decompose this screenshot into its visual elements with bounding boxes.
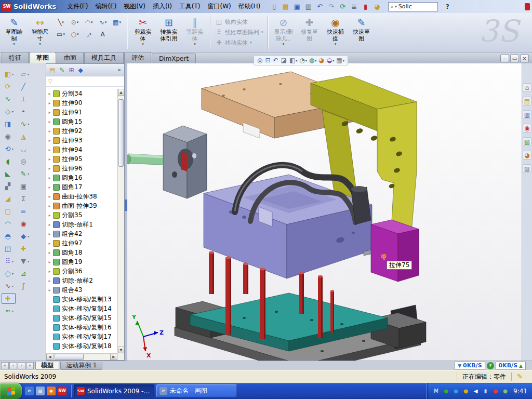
wrap-icon[interactable]: ◠ xyxy=(2,218,16,229)
view-palette-icon[interactable]: ▧ xyxy=(523,137,531,146)
dropdown-arrow-icon[interactable]: ▾ xyxy=(77,20,79,24)
material-icon[interactable]: ≡ xyxy=(17,206,31,217)
dropdown-arrow-icon[interactable]: ▾ xyxy=(28,72,29,76)
command-button[interactable]: ◉ 快速捕捉 ▾ xyxy=(323,15,349,48)
scrollbar-thumb[interactable] xyxy=(55,354,84,360)
command-button[interactable]: ✎ 草图绘制 ▾ xyxy=(1,15,27,48)
safely-remove-icon[interactable]: ● xyxy=(501,387,509,395)
expand-arrow-icon[interactable]: ▸ xyxy=(46,250,53,255)
expand-arrow-icon[interactable]: ▸ xyxy=(46,91,53,96)
scroll-down-icon[interactable]: ▼ xyxy=(118,347,124,353)
expand-arrow-icon[interactable]: ▸ xyxy=(46,166,53,171)
sketch-pattern-icon[interactable]: ▦ ▾ xyxy=(110,17,124,28)
graphics-area[interactable]: φ xyxy=(127,63,522,361)
curve-icon[interactable]: ∿ ▾ xyxy=(2,281,16,291)
view-settings-icon[interactable]: ▦ ▾ xyxy=(336,57,344,64)
scroll-left-icon[interactable]: ◀ xyxy=(46,354,54,360)
expand-arrow-icon[interactable]: ▸ xyxy=(46,176,53,180)
show-desktop-icon[interactable]: ▤ xyxy=(36,387,45,395)
save-icon[interactable]: ▣ xyxy=(292,2,302,11)
input-method-icon[interactable]: M xyxy=(432,387,440,395)
restore-button[interactable]: ▭ xyxy=(510,55,519,62)
tree-item[interactable]: ▸ 分割34 xyxy=(46,89,117,98)
tree-item[interactable]: ▸ 圆角15 xyxy=(46,117,117,126)
tree-item[interactable]: ▸ 圆角17 xyxy=(46,182,117,192)
featuremanager-tab-icon[interactable]: ▤ xyxy=(49,66,55,74)
hole-wizard-icon[interactable]: ◉ xyxy=(2,131,16,142)
command-button[interactable]: ∥ 等距实体 ▾ xyxy=(182,15,208,48)
previous-view-icon[interactable]: ↶ xyxy=(273,57,280,64)
upload-speed-box[interactable]: 0KB/S ▲ xyxy=(496,362,526,370)
expand-arrow-icon[interactable]: ▸ xyxy=(46,260,53,264)
revolve-boss-icon[interactable]: ⟳ xyxy=(2,81,16,92)
sketch-text-icon[interactable]: A xyxy=(96,29,110,39)
scroll-up-icon[interactable]: ▲ xyxy=(118,89,124,96)
menu-item[interactable]: 文件(F) xyxy=(63,1,91,12)
expand-arrow-icon[interactable]: ▸ xyxy=(46,222,53,227)
sensor-icon[interactable]: ◉ xyxy=(17,218,31,229)
menu-item[interactable]: 帮助(H) xyxy=(235,1,264,12)
expand-arrow-icon[interactable]: ▸ xyxy=(46,194,53,199)
dropdown-arrow-icon[interactable]: ▾ xyxy=(12,309,14,313)
close-button[interactable]: × xyxy=(520,55,529,62)
axis-icon[interactable]: ╱ xyxy=(17,81,31,92)
dropdown-arrow-icon[interactable]: ▾ xyxy=(283,42,285,46)
expand-arrow-icon[interactable]: ▸ xyxy=(46,278,53,283)
commandmanager-tab[interactable]: 评估 xyxy=(124,52,151,63)
dropdown-arrow-icon[interactable]: ▾ xyxy=(13,42,15,46)
tree-item[interactable]: 实体-移动/复制14 xyxy=(46,304,117,313)
commandmanager-tab[interactable]: 草图 xyxy=(29,52,56,63)
commandmanager-tab[interactable]: DimXpert xyxy=(152,54,196,63)
dropdown-arrow-icon[interactable]: ▾ xyxy=(105,20,107,24)
linear-pattern-icon[interactable]: ⠿ ▾ xyxy=(2,256,16,267)
line-icon[interactable]: ╲ ▾ xyxy=(54,17,68,28)
circle-icon[interactable]: ⊙ ▾ xyxy=(68,17,82,28)
dimxpert-tool-icon[interactable]: ◆ ▾ xyxy=(17,231,31,242)
file-explorer-icon[interactable]: ▥ xyxy=(523,110,531,119)
plane-icon[interactable]: ▱ ▾ xyxy=(17,69,31,79)
command-button[interactable]: ✚ 移动实体 ▾ xyxy=(213,37,265,48)
dropdown-arrow-icon[interactable]: ▾ xyxy=(62,20,64,24)
red-flag-icon[interactable]: ▮ xyxy=(361,2,370,11)
tree-item[interactable]: 实体-移动/复制15 xyxy=(46,313,117,323)
configurationmanager-tab-icon[interactable]: ⊞ xyxy=(69,66,74,74)
tree-item[interactable]: ▸ 组合43 xyxy=(46,285,117,295)
tree-item[interactable]: ▸ 分割35 xyxy=(46,210,117,220)
redo-icon[interactable]: ↷ xyxy=(326,2,336,11)
expand-arrow-icon[interactable]: ▸ xyxy=(46,213,53,218)
instant2d-icon[interactable]: ✚ xyxy=(17,243,31,254)
command-button[interactable]: ⊞ 转换实体引用 xyxy=(156,15,182,48)
volume-icon[interactable]: ◀ xyxy=(472,387,480,395)
search-box[interactable]: ⌕ ▾ Solic xyxy=(388,2,438,11)
dropdown-arrow-icon[interactable]: ▾ xyxy=(28,259,29,263)
mirror-feature-icon[interactable]: ◫ xyxy=(2,243,16,254)
start-button[interactable] xyxy=(0,383,22,399)
tab-nav-button[interactable]: › xyxy=(18,362,25,369)
help-button[interactable]: ? xyxy=(443,3,451,10)
chamfer-icon[interactable]: ◣ xyxy=(2,168,16,179)
coordinate-system-icon[interactable]: ⊥ xyxy=(17,94,31,104)
tree-item[interactable]: ▸ 拉伸93 xyxy=(46,136,117,145)
zoom-fit-icon[interactable]: ◎ xyxy=(257,57,263,64)
arc-icon[interactable]: ◠ ▾ xyxy=(82,17,96,28)
sketch-picture-icon[interactable]: ▣ xyxy=(17,181,31,192)
undo-icon[interactable]: ↶ xyxy=(315,2,325,11)
ie-icon[interactable]: e xyxy=(25,387,34,395)
dropdown-arrow-icon[interactable]: ▾ xyxy=(12,272,14,275)
command-button[interactable]: ⊘ 显示/删除几.. ▾ xyxy=(271,15,297,48)
tree-horizontal-scrollbar[interactable]: ◀ ▶ xyxy=(46,353,117,360)
rib-icon[interactable]: ▞ xyxy=(2,181,16,192)
dropdown-arrow-icon[interactable]: ▾ xyxy=(12,147,14,151)
display-style-icon[interactable]: ◔ ▾ xyxy=(299,57,308,64)
update-icon[interactable]: ● xyxy=(491,387,499,395)
lofted-boss-icon[interactable]: ◇ ▾ xyxy=(2,106,16,117)
sketch-fillet-icon[interactable]: ◞ ▾ xyxy=(82,29,96,39)
dropdown-arrow-icon[interactable]: ▾ xyxy=(28,122,29,126)
tree-item[interactable]: ▸ 曲面-拉伸38 xyxy=(46,192,117,201)
project-curve-icon[interactable]: ◡ xyxy=(17,143,31,154)
expand-arrow-icon[interactable]: ▸ xyxy=(46,185,53,190)
menu-item[interactable]: 窗口(W) xyxy=(204,1,235,12)
zoom-area-icon[interactable]: ⊡ xyxy=(264,57,271,64)
tree-item[interactable]: 实体-移动/复制18 xyxy=(46,341,117,351)
curve-through-points-icon[interactable]: ∿ ▾ xyxy=(17,118,31,129)
